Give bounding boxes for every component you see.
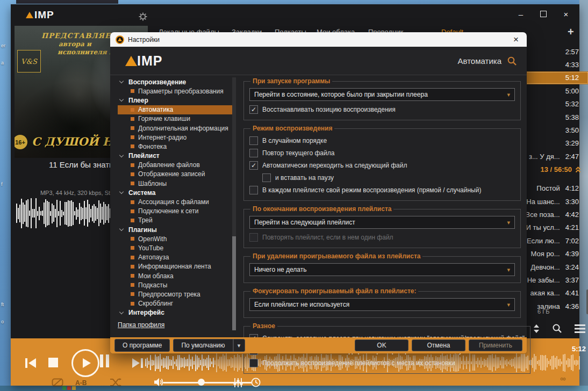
dialog-close-button[interactable]: × — [505, 32, 527, 47]
add-playlist-button[interactable]: + — [568, 26, 574, 38]
tree-section-Интерфейс[interactable]: Интерфейс — [118, 308, 235, 317]
tree-item-Скробблинг[interactable]: Скробблинг — [118, 299, 235, 308]
about-button[interactable]: О программе — [114, 339, 170, 352]
tree-item-label: Добавление файлов — [138, 161, 200, 169]
bullet-icon — [131, 283, 134, 287]
chevron-down-icon: ▾ — [507, 91, 510, 98]
checkbox-checked[interactable]: ✓ — [249, 161, 258, 170]
tree-section-Плейлист[interactable]: Плейлист — [118, 151, 235, 161]
tree-item-Ассоциация с файлами[interactable]: Ассоциация с файлами — [118, 197, 235, 206]
tree-item-Горячие клавиши[interactable]: Горячие клавиши — [118, 114, 235, 124]
checkbox-row[interactable]: Повтор текущего файла — [249, 147, 515, 159]
checkbox[interactable] — [249, 186, 258, 194]
apply-button[interactable]: Применить — [469, 339, 522, 351]
checkbox[interactable] — [249, 149, 258, 157]
tree-item-Интернет-радио[interactable]: Интернет-радио — [118, 133, 235, 142]
settings-search[interactable]: Автоматика — [458, 56, 518, 66]
dropdown[interactable]: Ничего не делать▾ — [249, 263, 515, 276]
track-time: 4:21 — [565, 223, 579, 231]
cancel-button[interactable]: Отмена — [412, 339, 465, 351]
tree-item-Предпросмотр трека[interactable]: Предпросмотр трека — [118, 289, 235, 299]
tree-item-Автоматика[interactable]: Автоматика — [118, 105, 235, 114]
defaults-button-group: По умолчанию ▾ — [173, 339, 245, 352]
defaults-dropdown-button[interactable]: ▾ — [233, 339, 245, 352]
ab-repeat-button[interactable]: A-B — [75, 379, 87, 387]
tree-item-label: Автопауза — [138, 254, 169, 261]
menu-icon[interactable] — [575, 324, 585, 333]
close-button[interactable]: × — [555, 6, 577, 21]
tree-item-Добавление файлов[interactable]: Добавление файлов — [118, 161, 235, 170]
minimize-button[interactable]: – — [510, 6, 532, 21]
play-button[interactable] — [71, 349, 99, 377]
track-time: 7:02 — [565, 237, 579, 245]
checkbox[interactable] — [249, 136, 258, 145]
checkbox[interactable] — [249, 233, 258, 242]
dropdown[interactable]: Перейти на следующий плейлист▾ — [249, 216, 515, 229]
checkbox-row[interactable]: ✓Автоматически переходить на следующий ф… — [249, 159, 515, 171]
tree-section-label: Плагины — [128, 226, 157, 234]
gear-icon[interactable] — [139, 12, 147, 21]
chevron-down-icon — [119, 153, 124, 157]
equalizer-icon[interactable] — [233, 378, 243, 387]
previous-track-button[interactable] — [25, 358, 37, 368]
checkbox-row[interactable]: В случайном порядке — [249, 134, 515, 147]
volume-slider-knob[interactable] — [198, 379, 205, 386]
bullet-icon — [131, 172, 134, 176]
checkbox-row[interactable]: Продолжать воспроизведение плейлистов с … — [249, 357, 525, 369]
desktop-icon-label-fragment: er — [1, 43, 5, 48]
tree-item-Автопауза[interactable]: Автопауза — [118, 253, 235, 262]
dropdown[interactable]: Если плейлист не используется▾ — [249, 298, 515, 311]
checkbox[interactable] — [249, 359, 258, 367]
checkbox-row[interactable]: В каждом плейлисте свой режим воспроизве… — [249, 184, 515, 196]
dropdown[interactable]: Перейти в состояние, которое было при за… — [249, 88, 515, 101]
dialog-titlebar[interactable]: Настройки × — [110, 32, 527, 47]
sleep-timer-clock-icon[interactable] — [251, 378, 261, 387]
search-icon[interactable] — [552, 323, 562, 334]
track-time: 4:39 — [565, 250, 579, 258]
track-title-fragment: Моя ро... — [531, 250, 560, 258]
checkbox-checked[interactable]: ✓ — [249, 105, 258, 114]
tree-item-Дополнительная информация[interactable]: Дополнительная информация — [118, 124, 235, 133]
profile-folder-link[interactable]: Папка профиля — [118, 321, 164, 329]
search-icon[interactable] — [507, 56, 517, 66]
tree-section-Система[interactable]: Система — [118, 188, 235, 197]
desktop-icon-label-fragment: f — [1, 182, 3, 187]
stop-button[interactable] — [48, 358, 58, 367]
tree-section-label: Плеер — [128, 97, 148, 104]
collapse-group-icon[interactable] — [575, 166, 581, 173]
next-track-button[interactable] — [132, 358, 144, 368]
maximize-button[interactable] — [532, 6, 555, 21]
tree-section-label: Интерфейс — [128, 309, 164, 316]
checkbox-row[interactable]: и вставать на паузу — [249, 171, 515, 184]
repeat-infinity-icon[interactable]: ∞ — [560, 374, 566, 383]
tree-item-Шаблоны[interactable]: Шаблоны — [118, 179, 235, 188]
tree-scrollbar-thumb[interactable] — [232, 236, 236, 330]
checkbox[interactable] — [262, 173, 271, 182]
tree-item-Параметры преобразования[interactable]: Параметры преобразования — [118, 86, 235, 96]
tree-item-Отображение записей[interactable]: Отображение записей — [118, 170, 235, 179]
jump-to-track-icon[interactable] — [533, 324, 540, 334]
tree-item-label: Ассоциация с файлами — [138, 198, 209, 206]
repeat-off-icon[interactable] — [52, 378, 63, 387]
tree-item-Трей[interactable]: Трей — [118, 216, 235, 225]
tree-item-Подключение к сети[interactable]: Подключение к сети — [118, 207, 235, 216]
tree-item-Фонотека[interactable]: Фонотека — [118, 142, 235, 151]
track-duration: 5:12 — [543, 345, 586, 353]
shuffle-icon[interactable] — [110, 378, 121, 387]
checkbox-row[interactable]: ✓Восстанавливать позицию воспроизведения — [249, 103, 515, 115]
tree-item-YouTube[interactable]: YouTube — [118, 243, 235, 252]
tree-item-label: Горячие клавиши — [138, 115, 190, 122]
tree-section-Плагины[interactable]: Плагины — [118, 225, 235, 234]
defaults-button[interactable]: По умолчанию — [173, 339, 233, 352]
tree-section-Воспроизведение[interactable]: Воспроизведение — [118, 77, 235, 86]
ok-button[interactable]: OK — [355, 339, 408, 351]
checkbox-label: Восстанавливать позицию воспроизведения — [262, 106, 396, 113]
checkbox-row[interactable]: Повторять плейлист, если в нем один файл — [249, 231, 515, 243]
tree-item-Информационная лента[interactable]: Информационная лента — [118, 262, 235, 271]
tree-item-Подкасты[interactable]: Подкасты — [118, 280, 235, 289]
pause-button[interactable] — [100, 354, 109, 367]
tree-item-OpenWith[interactable]: OpenWith — [118, 234, 235, 243]
tree-section-Плеер[interactable]: Плеер — [118, 96, 235, 105]
tree-scrollbar[interactable] — [232, 77, 236, 319]
tree-item-Мои облака[interactable]: Мои облака — [118, 271, 235, 280]
